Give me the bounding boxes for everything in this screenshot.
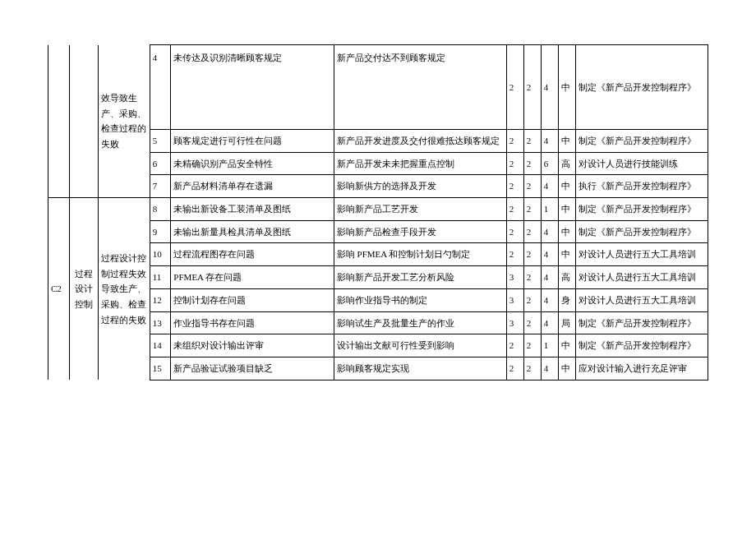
cell-v3: 4 xyxy=(541,45,558,130)
cell-v1: 2 xyxy=(506,130,523,153)
cell-v1: 3 xyxy=(506,311,523,334)
cell-v3: 4 xyxy=(541,130,558,153)
cell-code xyxy=(48,45,70,198)
cell-num: 11 xyxy=(150,266,171,289)
cell-v2: 2 xyxy=(523,130,541,153)
cell-level: 高 xyxy=(558,266,575,289)
cell-issue: 未输出新设备工装清单及图纸 xyxy=(171,198,334,221)
cell-category xyxy=(69,45,98,198)
cell-level: 高 xyxy=(558,152,575,175)
cell-v3: 4 xyxy=(541,220,558,243)
cell-num: 5 xyxy=(150,130,171,153)
cell-effect: 设计输出文献可行性受到影响 xyxy=(334,334,506,357)
cell-num: 10 xyxy=(150,243,171,266)
cell-level: 中 xyxy=(558,130,575,153)
cell-v2: 2 xyxy=(523,220,541,243)
cell-num: 7 xyxy=(150,175,171,198)
cell-code: C2 xyxy=(48,198,70,380)
cell-issue: 未精确识别产品安全特性 xyxy=(171,152,334,175)
cell-effect: 新产品开发进度及交付很难抵达顾客规定 xyxy=(334,130,506,153)
cell-v3: 1 xyxy=(541,198,558,221)
cell-level: 身 xyxy=(558,288,575,311)
cell-level: 中 xyxy=(558,220,575,243)
cell-action: 对设计人员进行五大工具培训 xyxy=(575,243,708,266)
table-row: C2 过程设计控制 过程设计控制过程失效导致生产、采购、检查过程的失败 8 未输… xyxy=(48,198,708,221)
cell-issue: PFMEA 存在问题 xyxy=(171,266,334,289)
cell-v2: 2 xyxy=(523,243,541,266)
cell-v3: 1 xyxy=(541,334,558,357)
cell-cause: 过程设计控制过程失效导致生产、采购、检查过程的失败 xyxy=(98,198,150,380)
cell-v2: 2 xyxy=(523,357,541,380)
cell-v2: 2 xyxy=(523,288,541,311)
cell-issue: 顾客规定进行可行性在问题 xyxy=(171,130,334,153)
cell-level: 中 xyxy=(558,175,575,198)
cell-v1: 2 xyxy=(506,175,523,198)
cell-issue: 未输出新量具检具清单及图纸 xyxy=(171,220,334,243)
cell-level: 局 xyxy=(558,311,575,334)
cell-v1: 2 xyxy=(506,334,523,357)
cell-num: 15 xyxy=(150,357,171,380)
cell-v2: 2 xyxy=(523,266,541,289)
cell-issue: 作业指导书存在问题 xyxy=(171,311,334,334)
cell-effect: 影响试生产及批量生产的作业 xyxy=(334,311,506,334)
cell-effect: 影响作业指导书的制定 xyxy=(334,288,506,311)
cell-num: 4 xyxy=(150,45,171,130)
cell-action: 对设计人员进行五大工具培训 xyxy=(575,266,708,289)
cell-num: 6 xyxy=(150,152,171,175)
cell-level: 中 xyxy=(558,334,575,357)
table-row: 效导致生产、采购、检查过程的失败 4 未传达及识别清晰顾客规定 新产品交付达不到… xyxy=(48,45,708,130)
cell-num: 8 xyxy=(150,198,171,221)
cell-v1: 2 xyxy=(506,220,523,243)
cell-action: 制定《新产品开发控制程序》 xyxy=(575,198,708,221)
cell-v2: 2 xyxy=(523,45,541,130)
cell-v1: 2 xyxy=(506,243,523,266)
cell-num: 12 xyxy=(150,288,171,311)
cell-v1: 2 xyxy=(506,45,523,130)
cell-v1: 3 xyxy=(506,288,523,311)
cell-effect: 新产品开发未未把握重点控制 xyxy=(334,152,506,175)
cell-action: 对设计人员进行技能训练 xyxy=(575,152,708,175)
risk-table: 效导致生产、采购、检查过程的失败 4 未传达及识别清晰顾客规定 新产品交付达不到… xyxy=(48,44,708,380)
cell-action: 制定《新产品开发控制程序》 xyxy=(575,45,708,130)
cell-v1: 3 xyxy=(506,266,523,289)
cell-effect: 新产品交付达不到顾客规定 xyxy=(334,45,506,130)
cell-cause: 效导致生产、采购、检查过程的失败 xyxy=(98,45,150,198)
cell-action: 制定《新产品开发控制程序》 xyxy=(575,334,708,357)
cell-effect: 影响顾客规定实现 xyxy=(334,357,506,380)
cell-issue: 未组织对设计输出评审 xyxy=(171,334,334,357)
cell-v1: 2 xyxy=(506,357,523,380)
cell-issue: 新产品验证试验项目缺乏 xyxy=(171,357,334,380)
cell-num: 13 xyxy=(150,311,171,334)
cell-action: 制定《新产品开发控制程序》 xyxy=(575,220,708,243)
cell-v1: 2 xyxy=(506,152,523,175)
cell-action: 应对设计输入进行充足评审 xyxy=(575,357,708,380)
cell-v2: 2 xyxy=(523,198,541,221)
cell-action: 制定《新产品开发控制程序》 xyxy=(575,130,708,153)
cell-effect: 影响新产品开发工艺分析风险 xyxy=(334,266,506,289)
cell-effect: 影响 PFMEA 和控制计划日勺制定 xyxy=(334,243,506,266)
cell-v3: 4 xyxy=(541,266,558,289)
cell-num: 14 xyxy=(150,334,171,357)
cell-v3: 4 xyxy=(541,175,558,198)
cell-effect: 影响新产品检查手段开发 xyxy=(334,220,506,243)
cell-level: 中 xyxy=(558,243,575,266)
cell-level: 中 xyxy=(558,45,575,130)
cell-num: 9 xyxy=(150,220,171,243)
cell-v3: 4 xyxy=(541,243,558,266)
cell-issue: 控制计划存在问题 xyxy=(171,288,334,311)
cell-effect: 影响新产品工艺开发 xyxy=(334,198,506,221)
cell-v2: 2 xyxy=(523,175,541,198)
cell-v2: 2 xyxy=(523,152,541,175)
cell-v3: 4 xyxy=(541,311,558,334)
cell-action: 制定《新产品开发控制程序》 xyxy=(575,311,708,334)
cell-action: 执行《新产品开发控制程序》 xyxy=(575,175,708,198)
cell-v1: 2 xyxy=(506,198,523,221)
cell-v3: 4 xyxy=(541,288,558,311)
cell-issue: 未传达及识别清晰顾客规定 xyxy=(171,45,334,130)
cell-issue: 过程流程图存在问题 xyxy=(171,243,334,266)
cell-v2: 2 xyxy=(523,334,541,357)
cell-action: 对设计人员进行五大工具培训 xyxy=(575,288,708,311)
cell-v2: 2 xyxy=(523,311,541,334)
cell-v3: 6 xyxy=(541,152,558,175)
cell-effect: 影响新供方的选择及开发 xyxy=(334,175,506,198)
